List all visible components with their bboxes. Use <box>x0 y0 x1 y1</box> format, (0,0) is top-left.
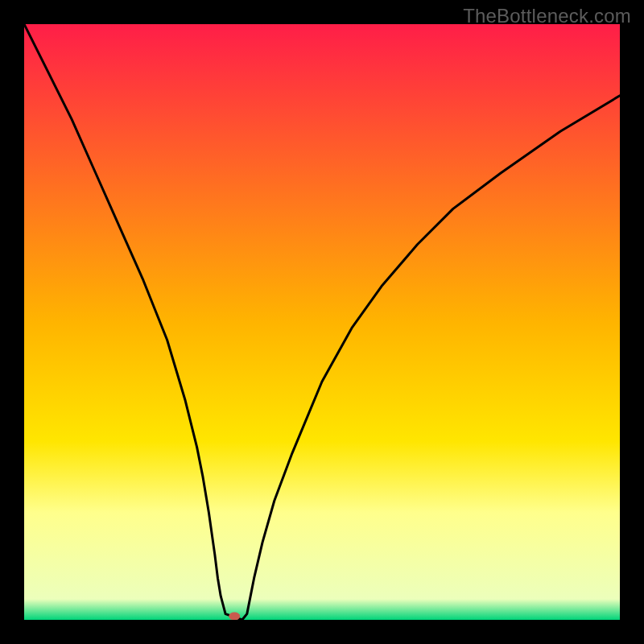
chart-svg <box>24 24 620 620</box>
plot-area <box>24 24 620 620</box>
svg-rect-0 <box>24 24 620 620</box>
chart-frame: TheBottleneck.com <box>0 0 644 644</box>
watermark-text: TheBottleneck.com <box>463 5 631 27</box>
